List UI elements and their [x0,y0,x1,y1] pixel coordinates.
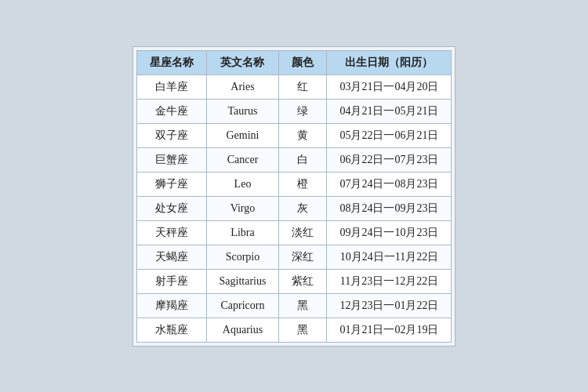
table-cell: 射手座 [136,269,206,293]
table-cell: 08月24日一09月23日 [327,196,452,220]
table-cell: Scorpio [206,245,279,269]
table-row: 天蝎座Scorpio深红10月24日一11月22日 [136,245,452,269]
table-cell: 01月21日一02月19日 [327,318,452,342]
table-cell: 11月23日一12月22日 [327,269,452,293]
table-cell: 天蝎座 [136,245,206,269]
table-cell: 黄 [279,123,327,147]
table-cell: 深红 [279,245,327,269]
table-cell: 06月22日一07月23日 [327,147,452,172]
table-cell: 天秤座 [136,220,206,245]
table-cell: 03月21日一04月20日 [327,74,452,99]
table-cell: Libra [206,220,279,245]
table-cell: 04月21日一05月21日 [327,99,452,123]
table-row: 水瓶座Aquarius黑01月21日一02月19日 [136,318,452,342]
table-cell: 绿 [279,99,327,123]
table-cell: Taurus [206,99,279,123]
table-cell: 金牛座 [136,99,206,123]
table-row: 摩羯座Capricorn黑12月23日一01月22日 [136,293,452,318]
table-row: 天秤座Libra淡红09月24日一10月23日 [136,220,452,245]
table-cell: 白 [279,147,327,172]
table-cell: Sagittarius [206,269,279,293]
table-row: 双子座Gemini黄05月22日一06月21日 [136,123,452,147]
table-cell: 橙 [279,172,327,196]
zodiac-table: 星座名称 英文名称 颜色 出生日期（阳历） 白羊座Aries红03月21日一04… [136,50,452,343]
table-cell: 淡红 [279,220,327,245]
table-row: 处女座Virgo灰08月24日一09月23日 [136,196,452,220]
header-birthdate: 出生日期（阳历） [327,50,452,74]
table-cell: 处女座 [136,196,206,220]
table-cell: Aries [206,74,279,99]
table-cell: 07月24日一08月23日 [327,172,452,196]
table-row: 金牛座Taurus绿04月21日一05月21日 [136,99,452,123]
table-header-row: 星座名称 英文名称 颜色 出生日期（阳历） [136,50,452,74]
table-cell: Leo [206,172,279,196]
table-cell: 双子座 [136,123,206,147]
table-row: 白羊座Aries红03月21日一04月20日 [136,74,452,99]
header-chinese-name: 星座名称 [136,50,206,74]
table-cell: 水瓶座 [136,318,206,342]
table-cell: 巨蟹座 [136,147,206,172]
table-cell: 红 [279,74,327,99]
table-cell: 黑 [279,293,327,318]
table-cell: 05月22日一06月21日 [327,123,452,147]
table-cell: 09月24日一10月23日 [327,220,452,245]
table-cell: 12月23日一01月22日 [327,293,452,318]
header-english-name: 英文名称 [206,50,279,74]
table-cell: Virgo [206,196,279,220]
table-cell: Cancer [206,147,279,172]
table-row: 巨蟹座Cancer白06月22日一07月23日 [136,147,452,172]
table-cell: 摩羯座 [136,293,206,318]
table-cell: 10月24日一11月22日 [327,245,452,269]
table-cell: Gemini [206,123,279,147]
table-cell: 白羊座 [136,74,206,99]
header-color: 颜色 [279,50,327,74]
table-cell: 狮子座 [136,172,206,196]
table-row: 射手座Sagittarius紫红11月23日一12月22日 [136,269,452,293]
table-cell: Capricorn [206,293,279,318]
table-cell: 紫红 [279,269,327,293]
table-cell: Aquarius [206,318,279,342]
table-cell: 黑 [279,318,327,342]
zodiac-table-container: 星座名称 英文名称 颜色 出生日期（阳历） 白羊座Aries红03月21日一04… [132,46,456,347]
table-row: 狮子座Leo橙07月24日一08月23日 [136,172,452,196]
table-cell: 灰 [279,196,327,220]
